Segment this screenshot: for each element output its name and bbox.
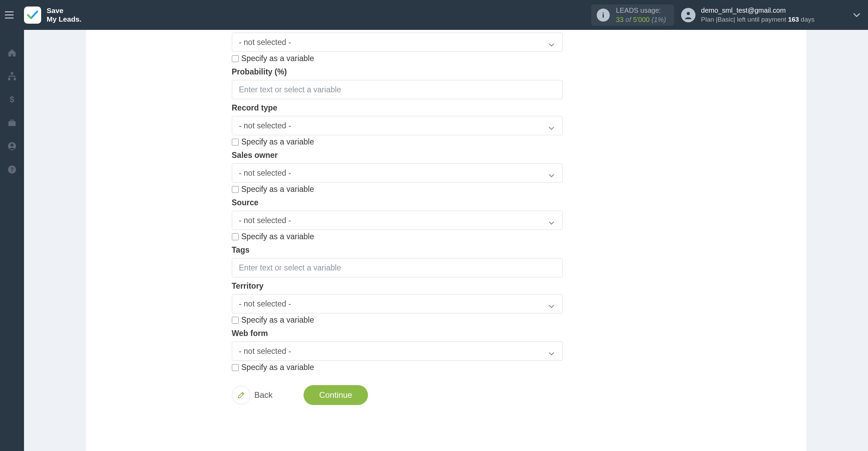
chevron-down-icon	[548, 40, 555, 45]
brand-logo[interactable]	[24, 7, 41, 24]
user-menu-chevron-icon[interactable]	[852, 11, 861, 20]
specify-variable-checkbox[interactable]	[232, 317, 239, 324]
select-value: - not selected -	[239, 169, 291, 178]
chevron-down-icon	[548, 301, 555, 306]
web-form-select[interactable]: - not selected -	[232, 342, 563, 361]
user-avatar-icon[interactable]	[681, 8, 695, 22]
source-label: Source	[232, 198, 563, 207]
sidebar: $ ?	[0, 30, 24, 451]
sidebar-briefcase-icon[interactable]	[6, 117, 18, 129]
specify-variable-label: Specify as a variable	[241, 54, 314, 63]
sidebar-billing-icon[interactable]: $	[6, 94, 18, 105]
topbar: Save My Leads. i LEADS usage: 33 of 5'00…	[0, 0, 868, 30]
sidebar-profile-icon[interactable]	[6, 140, 18, 152]
sales-owner-select[interactable]: - not selected -	[232, 163, 563, 183]
select-unknown-top[interactable]: - not selected -	[232, 33, 563, 52]
sidebar-home-icon[interactable]	[6, 47, 18, 59]
brand-name: Save My Leads.	[47, 7, 82, 23]
tags-input[interactable]	[232, 258, 563, 277]
hamburger-menu-icon[interactable]	[5, 9, 18, 22]
probability-label: Probability (%)	[232, 67, 563, 77]
field-group-web-form: Web form - not selected - Specify as a v…	[232, 329, 563, 372]
back-label: Back	[254, 390, 273, 400]
svg-rect-2	[8, 78, 10, 80]
chevron-down-icon	[548, 171, 555, 175]
svg-rect-5	[9, 121, 16, 126]
record-type-select[interactable]: - not selected -	[232, 116, 563, 135]
svg-rect-3	[14, 78, 16, 80]
user-info[interactable]: demo_sml_test@gmail.com Plan |Basic| lef…	[701, 6, 815, 24]
probability-input[interactable]	[232, 80, 563, 99]
chevron-down-icon	[548, 218, 555, 223]
specify-variable-row: Specify as a variable	[232, 232, 563, 241]
territory-select[interactable]: - not selected -	[232, 294, 563, 313]
sidebar-help-icon[interactable]: ?	[6, 164, 18, 175]
svg-rect-1	[11, 72, 13, 74]
specify-variable-row: Specify as a variable	[232, 363, 563, 372]
select-value: - not selected -	[239, 216, 291, 225]
web-form-label: Web form	[232, 329, 563, 338]
field-group-source: Source - not selected - Specify as a var…	[232, 198, 563, 241]
specify-variable-label: Specify as a variable	[241, 315, 314, 325]
specify-variable-row: Specify as a variable	[232, 315, 563, 325]
source-select[interactable]: - not selected -	[232, 211, 563, 230]
specify-variable-checkbox[interactable]	[232, 139, 239, 146]
field-group-sales-owner: Sales owner - not selected - Specify as …	[232, 151, 563, 194]
specify-variable-label: Specify as a variable	[241, 232, 314, 241]
field-group-territory: Territory - not selected - Specify as a …	[232, 281, 563, 325]
svg-point-0	[687, 12, 690, 15]
specify-variable-label: Specify as a variable	[241, 363, 314, 372]
chevron-down-icon	[548, 349, 555, 354]
info-icon: i	[597, 9, 610, 22]
select-value: - not selected -	[239, 121, 291, 130]
field-group-unknown-top: - not selected - Specify as a variable	[232, 33, 563, 63]
select-value: - not selected -	[239, 347, 291, 356]
leads-usage-box[interactable]: i LEADS usage: 33 of 5'000 (1%)	[591, 4, 674, 26]
select-value: - not selected -	[239, 38, 291, 47]
content-area: - not selected - Specify as a variable P…	[24, 30, 868, 451]
specify-variable-checkbox[interactable]	[232, 364, 239, 371]
tags-label: Tags	[232, 245, 563, 255]
user-plan: Plan |Basic| left until payment 163 days	[701, 15, 815, 24]
territory-label: Territory	[232, 281, 563, 291]
field-group-tags: Tags	[232, 245, 563, 277]
form-panel: - not selected - Specify as a variable P…	[86, 30, 806, 451]
sidebar-connections-icon[interactable]	[6, 70, 18, 82]
field-group-record-type: Record type - not selected - Specify as …	[232, 103, 563, 147]
svg-text:?: ?	[10, 166, 14, 173]
specify-variable-row: Specify as a variable	[232, 137, 563, 147]
back-button[interactable]: Back	[232, 386, 273, 404]
svg-point-7	[11, 143, 13, 146]
specify-variable-label: Specify as a variable	[241, 137, 314, 147]
pencil-icon	[232, 386, 250, 404]
sales-owner-label: Sales owner	[232, 151, 563, 160]
specify-variable-checkbox[interactable]	[232, 186, 239, 193]
leads-usage-text: LEADS usage: 33 of 5'000 (1%)	[616, 6, 666, 24]
chevron-down-icon	[548, 123, 555, 128]
specify-variable-checkbox[interactable]	[232, 233, 239, 240]
continue-button[interactable]: Continue	[304, 385, 368, 405]
specify-variable-label: Specify as a variable	[241, 185, 314, 194]
field-group-probability: Probability (%)	[232, 67, 563, 99]
form-actions: Back Continue	[232, 385, 563, 415]
select-value: - not selected -	[239, 299, 291, 309]
specify-variable-row: Specify as a variable	[232, 185, 563, 194]
user-email: demo_sml_test@gmail.com	[701, 6, 815, 15]
specify-variable-checkbox[interactable]	[232, 55, 239, 62]
record-type-label: Record type	[232, 103, 563, 113]
svg-text:$: $	[10, 95, 14, 104]
specify-variable-row: Specify as a variable	[232, 54, 563, 63]
